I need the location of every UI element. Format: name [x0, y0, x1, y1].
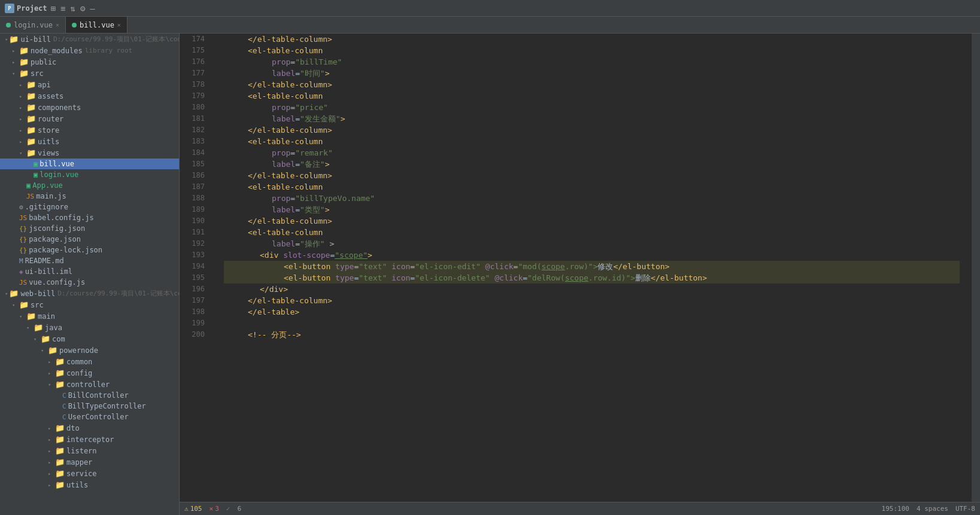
sidebar-item-mapper[interactable]: ▸ 📁 mapper: [0, 456, 179, 468]
sidebar-item-interceptor[interactable]: ▸ 📁 interceptor: [0, 434, 179, 445]
folder-icon: 📁: [48, 346, 57, 355]
folder-icon: 📁: [55, 469, 65, 478]
listern-label: listern: [66, 447, 97, 455]
sidebar-item-java[interactable]: ▾ 📁 java: [0, 322, 179, 333]
tab-bill-label: bill.vue: [80, 21, 114, 29]
close-panel-icon[interactable]: —: [89, 2, 96, 14]
sort-icon[interactable]: ≡: [59, 2, 66, 14]
sidebar-item-listern[interactable]: ▸ 📁 listern: [0, 445, 179, 456]
sidebar-item-public[interactable]: ▸ 📁 public: [0, 56, 179, 68]
folder-icon: 📁: [26, 126, 36, 135]
status-left: ⚠ 105 ✕ 3 ✓ 6: [184, 505, 241, 513]
sidebar-item-login-vue[interactable]: ▣ login.vue: [0, 169, 179, 180]
folder-icon: 📁: [26, 114, 36, 123]
code-line-195: <el-button type="text" icon="el-icon-del…: [224, 272, 960, 284]
chevron-right-icon: ▸: [48, 482, 54, 488]
node-modules-label: node_modules: [31, 47, 83, 55]
api-label: api: [38, 81, 51, 89]
sidebar-item-src2[interactable]: ▾ 📁 src: [0, 299, 179, 310]
sidebar-item-utils2[interactable]: ▸ 📁 utils: [0, 479, 179, 490]
file-icon: ⚙: [19, 203, 23, 211]
toolbar-left: P Project ⊞ ≡ ⇅ ⚙ —: [5, 2, 96, 14]
expand-icon[interactable]: ⇅: [69, 2, 76, 14]
package-lock-label: package-lock.json: [29, 246, 102, 254]
sidebar-item-jsconfig[interactable]: {} jsconfig.json: [0, 223, 179, 234]
error-count-6: 6: [237, 505, 241, 513]
tab-login-close[interactable]: ✕: [56, 22, 59, 28]
sidebar-item-babel[interactable]: JS babel.config.js: [0, 212, 179, 223]
main-layout: ▾ 📁 ui-bill D:/course/99.99-项目\01-记账本\co…: [0, 33, 980, 515]
java-icon: C: [62, 403, 66, 410]
sidebar-item-powernode[interactable]: ▾ 📁 powernode: [0, 345, 179, 356]
gutter: [210, 33, 222, 502]
code-line-176: prop="billTime": [224, 56, 960, 68]
dto-label: dto: [66, 424, 80, 432]
sidebar-item-assets[interactable]: ▸ 📁 assets: [0, 90, 179, 102]
sidebar-item-main2[interactable]: ▾ 📁 main: [0, 310, 179, 322]
sidebar-item-dto[interactable]: ▸ 📁 dto: [0, 422, 179, 434]
sidebar-item-ui-bill[interactable]: ▾ 📁 ui-bill D:/course/99.99-项目\01-记账本\co…: [0, 33, 179, 45]
layout-icon[interactable]: ⊞: [50, 2, 57, 14]
sidebar-item-user-controller[interactable]: C UserController: [0, 412, 179, 422]
project-icon: P: [5, 4, 14, 13]
sidebar-item-router[interactable]: ▸ 📁 router: [0, 113, 179, 124]
settings-icon[interactable]: ⚙: [79, 2, 86, 14]
warning-count[interactable]: ⚠ 105: [184, 505, 202, 513]
code-line-175: <el-table-column: [224, 45, 960, 56]
sidebar-item-web-bill[interactable]: ▾ 📁 web-bill D:/course/99.99-项目\01-记账本\c…: [0, 288, 179, 299]
sidebar-item-package-lock[interactable]: {} package-lock.json: [0, 245, 179, 255]
sidebar-item-common[interactable]: ▸ 📁 common: [0, 356, 179, 367]
editor-area: 174 175 176 177 178 179 180 181 182 183 …: [180, 33, 980, 515]
code-editor[interactable]: </el-table-column> <el-table-column prop…: [222, 33, 972, 502]
chevron-right-icon: ▸: [48, 370, 54, 376]
chevron-right-icon: ▸: [19, 139, 25, 145]
sidebar-item-service[interactable]: ▸ 📁 service: [0, 468, 179, 479]
folder-icon: 📁: [26, 312, 36, 321]
library-root-label: library root: [85, 47, 132, 54]
user-controller-label: UserController: [68, 413, 129, 421]
folder-icon: 📁: [9, 289, 19, 298]
sidebar-item-utils[interactable]: ▸ 📁 uitls: [0, 136, 179, 147]
tab-bar: login.vue ✕ bill.vue ✕: [0, 17, 980, 33]
web-bill-path: D:/course/99.99-项目\01-记账本\code\we: [57, 289, 180, 298]
tab-login[interactable]: login.vue ✕: [0, 17, 66, 33]
minimap[interactable]: [972, 33, 980, 502]
code-line-194: <el-button type="text" icon="el-icon-edi…: [224, 261, 960, 272]
vue-icon: ▣: [34, 160, 38, 168]
error-count-3[interactable]: ✕ 3: [210, 505, 219, 513]
chevron-right-icon: ▸: [19, 116, 25, 122]
sidebar-item-main-js[interactable]: JS main.js: [0, 191, 179, 202]
sidebar-item-package-json[interactable]: {} package.json: [0, 234, 179, 245]
code-line-174: </el-table-column>: [224, 33, 960, 45]
tab-bill[interactable]: bill.vue ✕: [66, 17, 128, 33]
tab-login-label: login.vue: [14, 21, 53, 29]
sidebar-item-store[interactable]: ▸ 📁 store: [0, 124, 179, 136]
sidebar-item-node-modules[interactable]: ▸ 📁 node_modules library root: [0, 45, 179, 56]
chevron-right-icon: ▸: [12, 59, 18, 65]
sidebar-item-controller[interactable]: ▾ 📁 controller: [0, 379, 179, 390]
babel-label: babel.config.js: [29, 214, 93, 222]
sidebar-item-bill-type-controller[interactable]: C BillTypeController: [0, 401, 179, 412]
code-line-192: label="操作" >: [224, 238, 960, 249]
sidebar-item-components[interactable]: ▸ 📁 components: [0, 102, 179, 113]
vue-dot-login: [6, 23, 11, 28]
sidebar-item-ui-bill-iml[interactable]: ◈ ui-bill.iml: [0, 266, 179, 277]
sidebar-item-api[interactable]: ▸ 📁 api: [0, 79, 179, 90]
vue-icon: ▣: [34, 170, 38, 179]
tab-bill-close[interactable]: ✕: [117, 22, 121, 28]
sidebar-item-bill-controller[interactable]: C BillController: [0, 390, 179, 401]
controller-label: controller: [66, 380, 110, 389]
sidebar-item-bill-vue[interactable]: ▣ bill.vue: [0, 159, 179, 169]
sidebar-item-views[interactable]: ▾ 📁 views: [0, 147, 179, 159]
code-line-178: </el-table-column>: [224, 79, 960, 90]
sidebar-item-readme[interactable]: M README.md: [0, 255, 179, 266]
sidebar-item-gitignore[interactable]: ⚙ .gitignore: [0, 202, 179, 212]
sidebar-item-com[interactable]: ▾ 📁 com: [0, 333, 179, 345]
bill-vue-label: bill.vue: [40, 160, 74, 168]
router-label: router: [38, 115, 63, 123]
sidebar-item-vue-config[interactable]: JS vue.config.js: [0, 277, 179, 288]
sidebar-item-config[interactable]: ▸ 📁 config: [0, 367, 179, 379]
sidebar-item-src[interactable]: ▾ 📁 src: [0, 68, 179, 79]
sidebar-item-app-vue[interactable]: ▣ App.vue: [0, 180, 179, 191]
json-icon: {}: [19, 236, 27, 243]
